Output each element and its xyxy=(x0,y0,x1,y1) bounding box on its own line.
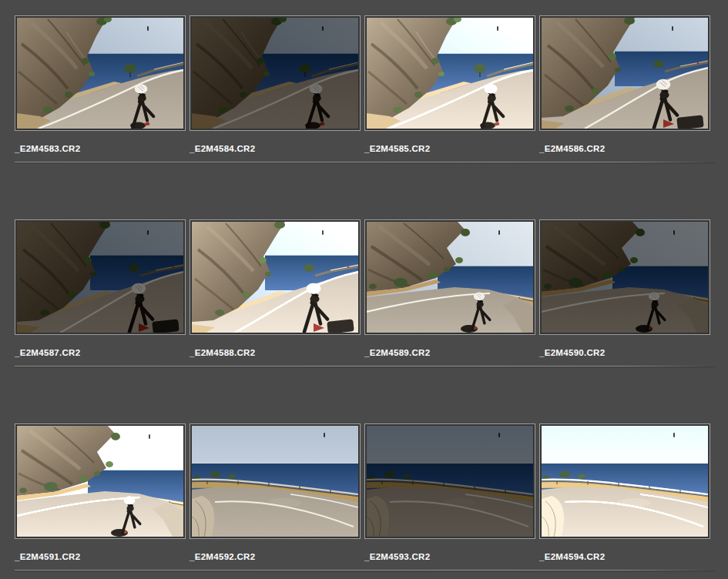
photo-thumbnail xyxy=(17,426,183,537)
photo-thumbnail xyxy=(192,426,358,537)
photo-thumbnail xyxy=(192,18,358,129)
photo-scene-ref xyxy=(192,426,358,537)
thumbnail-frame[interactable] xyxy=(190,423,361,539)
thumbnail-frame[interactable] xyxy=(539,15,710,131)
thumbnail-cell[interactable]: _E2M4586.CR2 xyxy=(539,15,710,154)
photo-thumbnail xyxy=(192,222,358,333)
photo-scene-ref xyxy=(542,222,708,333)
filename-label[interactable]: _E2M4586.CR2 xyxy=(539,144,710,154)
thumbnail-cell[interactable]: _E2M4585.CR2 xyxy=(364,15,535,154)
thumbnail-frame[interactable] xyxy=(364,219,535,335)
filename-label[interactable]: _E2M4584.CR2 xyxy=(190,144,361,154)
thumbnail-frame[interactable] xyxy=(364,423,535,539)
photo-thumbnail xyxy=(367,426,533,537)
filename-label[interactable]: _E2M4594.CR2 xyxy=(539,552,710,562)
row-separator xyxy=(15,570,715,571)
photo-thumbnail xyxy=(17,222,183,333)
thumbnail-cell[interactable]: _E2M4584.CR2 xyxy=(190,15,361,154)
row-separator xyxy=(15,366,715,366)
filename-label[interactable]: _E2M4591.CR2 xyxy=(15,552,186,562)
thumbnail-frame[interactable] xyxy=(190,219,361,335)
photo-scene-ref xyxy=(367,222,533,333)
filename-label[interactable]: _E2M4583.CR2 xyxy=(15,144,186,154)
photo-scene-ref xyxy=(17,18,183,129)
filename-label[interactable]: _E2M4587.CR2 xyxy=(15,348,186,358)
thumbnail-frame[interactable] xyxy=(15,15,186,131)
filename-label[interactable]: _E2M4585.CR2 xyxy=(364,144,535,154)
thumbnail-cell[interactable]: _E2M4593.CR2 xyxy=(364,423,535,562)
thumbnail-cell[interactable]: _E2M4590.CR2 xyxy=(539,219,710,358)
thumbnail-frame[interactable] xyxy=(190,15,361,131)
filename-label[interactable]: _E2M4590.CR2 xyxy=(539,348,710,358)
photo-scene-ref xyxy=(17,426,183,537)
thumbnail-cell[interactable]: _E2M4588.CR2 xyxy=(190,219,361,358)
photo-scene-ref xyxy=(367,426,533,537)
filename-label[interactable]: _E2M4589.CR2 xyxy=(364,348,535,358)
thumbnail-frame[interactable] xyxy=(15,423,186,539)
filename-label[interactable]: _E2M4588.CR2 xyxy=(190,348,361,358)
thumbnail-frame[interactable] xyxy=(539,423,710,539)
thumbnail-cell[interactable]: _E2M4592.CR2 xyxy=(190,423,361,562)
photo-scene-ref xyxy=(542,426,708,537)
photo-scene-ref xyxy=(192,18,358,129)
photo-scene-ref xyxy=(367,18,533,129)
thumbnail-cell[interactable]: _E2M4591.CR2 xyxy=(15,423,186,562)
photo-scene-ref xyxy=(192,222,358,333)
thumbnail-frame[interactable] xyxy=(539,219,710,335)
photo-scene-ref xyxy=(17,222,183,333)
thumbnail-row: _E2M4591.CR2 _E2M4592.CR2 _E2M4593.CR2 _… xyxy=(15,423,715,571)
thumbnail-frame[interactable] xyxy=(15,219,186,335)
photo-thumbnail xyxy=(542,426,708,537)
thumbnail-cell[interactable]: _E2M4587.CR2 xyxy=(15,219,186,358)
filename-label[interactable]: _E2M4592.CR2 xyxy=(190,552,361,562)
photo-thumbnail xyxy=(367,18,533,129)
thumbnail-row: _E2M4583.CR2 _E2M4584.CR2 _E2M4585.CR2 _… xyxy=(15,15,715,162)
photo-thumbnail xyxy=(542,18,708,129)
thumbnail-cell[interactable]: _E2M4589.CR2 xyxy=(364,219,535,358)
thumbnail-row: _E2M4587.CR2 _E2M4588.CR2 _E2M4589.CR2 _… xyxy=(15,219,715,366)
photo-scene-ref xyxy=(542,18,708,129)
thumbnail-frame[interactable] xyxy=(364,15,535,131)
filename-label[interactable]: _E2M4593.CR2 xyxy=(364,552,535,562)
photo-thumbnail xyxy=(367,222,533,333)
photo-thumbnail xyxy=(17,18,183,129)
thumbnail-grid: _E2M4583.CR2 _E2M4584.CR2 _E2M4585.CR2 _… xyxy=(15,15,715,579)
photo-thumbnail xyxy=(542,222,708,333)
row-separator xyxy=(15,162,715,162)
thumbnail-cell[interactable]: _E2M4594.CR2 xyxy=(539,423,710,562)
thumbnail-cell[interactable]: _E2M4583.CR2 xyxy=(15,15,186,154)
